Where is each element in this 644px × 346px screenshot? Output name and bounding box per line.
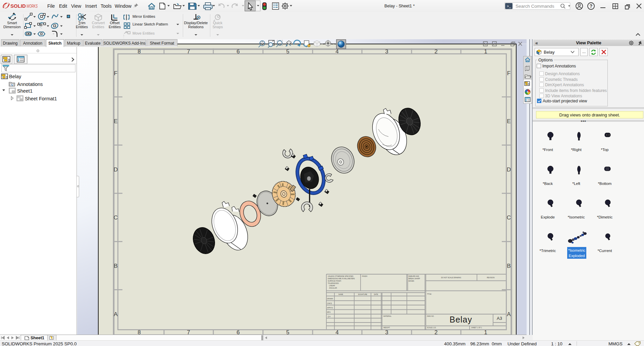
svg-text:WORKS: WORKS [26, 3, 38, 9]
svg-text:Belay: Belay [9, 74, 21, 79]
svg-text:Annotations: Annotations [17, 82, 43, 87]
svg-text:Sheet1: Sheet1 [17, 88, 33, 94]
svg-text:Sheet Format1: Sheet Format1 [25, 96, 57, 101]
svg-text:A: A [11, 83, 13, 87]
svg-text:Sheet1: Sheet1 [31, 336, 44, 340]
svg-text:?: ? [590, 3, 593, 9]
svg-text:SOLID: SOLID [10, 3, 26, 9]
